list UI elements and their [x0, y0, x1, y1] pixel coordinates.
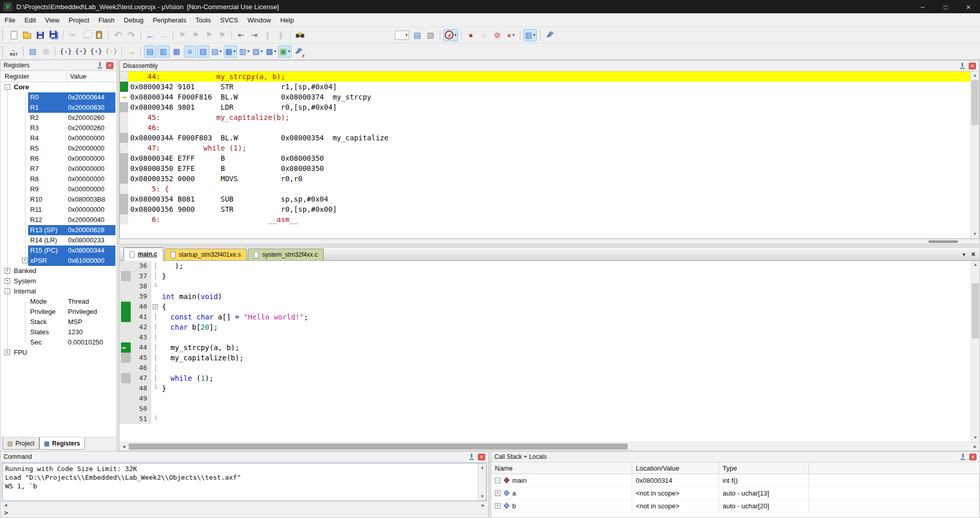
redo-button[interactable]: ↷	[125, 29, 137, 41]
register-row[interactable]: Sec0.00010250	[1, 337, 116, 348]
location-column-header[interactable]: Location/Value	[632, 462, 719, 474]
breakpoint-gutter[interactable]	[119, 383, 133, 393]
breakpoint-gutter[interactable]	[119, 353, 133, 363]
menu-item-peripherals[interactable]: Peripherals	[148, 13, 191, 27]
scroll-thumb[interactable]	[971, 80, 978, 125]
breakpoint-gutter[interactable]	[119, 363, 133, 373]
disassembly-line[interactable]: 6: __asm__	[120, 214, 970, 225]
disassembly-vscrollbar[interactable]	[970, 71, 979, 238]
expand-toggle[interactable]: +	[22, 258, 28, 263]
editor-vscrollbar[interactable]	[971, 261, 979, 442]
editor-line[interactable]: 39int main(void)	[119, 291, 971, 302]
register-row[interactable]: R70x00000000	[1, 164, 116, 174]
previous-bookmark-button[interactable]: ⚑	[189, 29, 202, 41]
register-row[interactable]: +System	[1, 276, 116, 286]
navigate-back-button[interactable]: ←	[144, 29, 156, 41]
step-over-button[interactable]: {↷}	[74, 45, 88, 58]
close-button[interactable]	[957, 0, 980, 13]
tab-system_stm32f4xx.c[interactable]: system_stm32f4xx.c	[248, 249, 324, 260]
expand-toggle[interactable]: +	[5, 268, 10, 274]
tab-main.c[interactable]: main.c	[124, 248, 163, 261]
register-row[interactable]: R10x20000630	[1, 103, 116, 113]
tab-startup_stm32f401xe.s[interactable]: startup_stm32f401xe.s	[164, 249, 247, 260]
pin-icon[interactable]	[960, 454, 966, 460]
editor-line[interactable]: 36│ );	[119, 261, 971, 271]
step-out-button[interactable]: {↑}	[89, 45, 103, 58]
register-row[interactable]: R60x00000000	[1, 154, 116, 164]
debug-settings-button[interactable]: ✗	[293, 45, 305, 58]
register-row[interactable]: R120x20000040	[1, 215, 116, 225]
disassembly-window-button[interactable]: ▥	[157, 45, 170, 58]
breakpoint-gutter[interactable]	[119, 373, 133, 383]
panel-close-icon[interactable]	[969, 63, 976, 69]
insert-breakpoint-button[interactable]: ●	[465, 29, 477, 41]
disassembly-marker[interactable]	[120, 204, 128, 214]
register-row[interactable]: +Banked	[1, 266, 116, 276]
register-row[interactable]: R14 (LR)0x08000233	[1, 235, 116, 245]
stop-debug-button[interactable]: ⊗	[40, 45, 52, 58]
scroll-up-icon[interactable]	[971, 71, 979, 80]
register-row[interactable]: -Core	[1, 82, 116, 92]
register-row[interactable]: States1230	[1, 327, 116, 337]
scroll-thumb[interactable]	[972, 283, 979, 338]
undo-button[interactable]: ↶	[112, 29, 124, 41]
disassembly-marker[interactable]	[120, 102, 128, 112]
disassembly-marker[interactable]	[120, 133, 128, 143]
register-row[interactable]: R13 (SP)0x20000628	[1, 225, 116, 235]
find-in-files-button[interactable]	[294, 29, 306, 41]
breakpoint-gutter[interactable]	[119, 322, 133, 332]
disassembly-hscrollbar[interactable]	[119, 239, 979, 244]
minimize-button[interactable]	[911, 0, 934, 13]
open-file-button[interactable]	[21, 29, 33, 41]
start-stop-debug-button[interactable]: d▾	[443, 29, 458, 41]
register-row[interactable]: R00x20000644	[1, 92, 116, 103]
serial-windows-button[interactable]: ▥▾	[238, 45, 250, 58]
fold-mark[interactable]	[151, 302, 160, 312]
breakpoint-gutter[interactable]	[119, 393, 133, 404]
register-row[interactable]: PrivilegePrivileged	[1, 307, 116, 317]
menu-item-project[interactable]: Project	[64, 13, 93, 27]
menu-item-tools[interactable]: Tools	[191, 13, 216, 27]
analysis-windows-dropdown-icon[interactable]: ▾	[261, 49, 263, 54]
breakpoint-gutter[interactable]	[119, 261, 133, 271]
registers-window-button[interactable]: ≡	[184, 45, 196, 58]
memory-windows-button[interactable]: ▦▾	[224, 45, 237, 58]
disassembly-line[interactable]: 44: my_strcpy(a, b);	[120, 71, 970, 82]
menu-item-help[interactable]: Help	[276, 13, 299, 27]
editor-line[interactable]: 50	[119, 404, 971, 414]
analysis-windows-button[interactable]: ▨▾	[251, 45, 264, 58]
window-layouts-button[interactable]: ▥▾	[523, 29, 537, 41]
scroll-down-icon[interactable]	[479, 492, 486, 501]
menu-item-file[interactable]: File	[0, 13, 20, 27]
expand-toggle[interactable]: +	[495, 503, 500, 509]
step-into-button[interactable]: {↓}	[59, 45, 73, 58]
serial-windows-dropdown-icon[interactable]: ▾	[247, 49, 249, 54]
editor-line[interactable]: 51└	[119, 414, 971, 424]
system-viewer-windows-button[interactable]: ▣▾	[278, 45, 292, 58]
trace-windows-dropdown-icon[interactable]: ▾	[274, 49, 276, 54]
scroll-left-icon[interactable]	[2, 502, 9, 509]
expand-toggle[interactable]: -	[5, 288, 10, 294]
run-to-cursor-button[interactable]: {✗}	[104, 45, 118, 58]
callstack-row[interactable]: -main0x08000314int f()	[491, 474, 979, 487]
breakpoint-gutter[interactable]	[119, 291, 133, 302]
clear-bookmarks-button[interactable]: ⚑	[216, 29, 228, 41]
pin-icon[interactable]	[97, 62, 103, 68]
register-row[interactable]: StackMSP	[1, 317, 116, 327]
command-vscrollbar[interactable]	[478, 463, 486, 501]
breakpoint-gutter[interactable]	[119, 332, 133, 342]
scroll-thumb[interactable]	[129, 443, 628, 450]
disassembly-line[interactable]: →0x08000344 F000F816 BL.W 0x08000374 my_…	[120, 92, 970, 102]
disassembly-marker[interactable]	[120, 122, 128, 133]
kill-all-breakpoints-button[interactable]: ⊘	[491, 29, 504, 41]
scroll-thumb[interactable]	[928, 240, 958, 243]
breakpoint-gutter[interactable]	[119, 312, 133, 322]
editor-hscrollbar[interactable]	[119, 442, 979, 451]
show-next-statement-button[interactable]: ▤	[27, 45, 39, 58]
watch-windows-dropdown-icon[interactable]: ▾	[220, 49, 222, 54]
register-row[interactable]: R90x00000000	[1, 184, 116, 194]
breakpoint-gutter[interactable]	[119, 281, 133, 291]
pin-icon[interactable]	[469, 454, 474, 460]
breakpoint-gutter[interactable]	[119, 414, 133, 424]
name-column-header[interactable]: Name	[491, 462, 632, 474]
